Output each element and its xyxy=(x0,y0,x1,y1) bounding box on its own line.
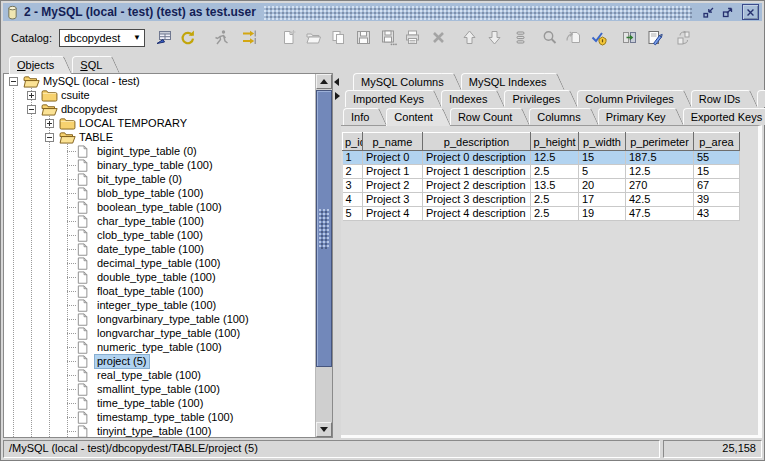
tree-node-label[interactable]: LOCAL TEMPORARY xyxy=(77,117,189,130)
tab-row-count[interactable]: Row Count xyxy=(450,108,520,125)
tree-node[interactable]: numeric_type_table (100) xyxy=(4,340,315,354)
table-cell[interactable]: 2 xyxy=(343,165,363,179)
tree-node-label[interactable]: integer_type_table (100) xyxy=(95,299,218,312)
tab-column-privileges[interactable]: Column Privileges xyxy=(577,90,682,107)
tree-node[interactable]: float_type_table (100) xyxy=(4,284,315,298)
table-row[interactable]: 2Project 1Project 1 description2.5512.51… xyxy=(343,165,740,179)
move-down-icon[interactable] xyxy=(486,29,503,46)
rotate-view-icon[interactable] xyxy=(675,29,692,46)
tree-node-label[interactable]: time_type_table (100) xyxy=(95,397,205,410)
tree-node[interactable]: clob_type_table (100) xyxy=(4,228,315,242)
tree-node[interactable]: decimal_type_table (100) xyxy=(4,256,315,270)
table-cell[interactable]: 4 xyxy=(343,193,363,207)
run-sql-icon[interactable] xyxy=(213,29,230,46)
tree-node[interactable]: time_type_table (100) xyxy=(4,396,315,410)
minimize-button[interactable] xyxy=(700,4,717,20)
save-icon[interactable] xyxy=(355,29,372,46)
table-cell[interactable]: 12.5 xyxy=(626,165,694,179)
table-cell[interactable]: Project 3 description xyxy=(423,193,531,207)
tree-vertical-scrollbar[interactable] xyxy=(315,74,332,437)
print-icon[interactable] xyxy=(404,29,421,46)
tree-toggle-plus-icon[interactable] xyxy=(22,88,40,102)
scroll-down-button[interactable] xyxy=(316,422,332,437)
table-cell[interactable]: 19 xyxy=(579,207,626,221)
tree-node[interactable]: blob_type_table (100) xyxy=(4,186,315,200)
tree-node-label[interactable]: longvarbinary_type_table (100) xyxy=(95,313,251,326)
connect-catalog-icon[interactable] xyxy=(155,29,172,46)
table-cell[interactable]: Project 2 xyxy=(363,179,423,193)
tree-node[interactable]: real_type_table (100) xyxy=(4,368,315,382)
table-cell[interactable]: Project 4 description xyxy=(423,207,531,221)
tree-node-label[interactable]: project (5) xyxy=(95,355,149,368)
tree-node-label[interactable]: binary_type_table (100) xyxy=(95,159,215,172)
collapse-left-icon[interactable] xyxy=(334,78,339,86)
scroll-up-button[interactable] xyxy=(316,74,332,89)
column-header[interactable]: p_perimeter xyxy=(626,133,694,151)
table-cell[interactable]: 2.5 xyxy=(531,207,579,221)
tree-toggle-plus-icon[interactable] xyxy=(40,116,58,130)
column-header[interactable]: p_width xyxy=(579,133,626,151)
titlebar[interactable]: 2 - MySQL (local - test) (test) as test.… xyxy=(3,3,762,21)
tree-node-label[interactable]: boolean_type_table (100) xyxy=(95,201,224,214)
table-cell[interactable]: Project 1 xyxy=(363,165,423,179)
table-cell[interactable]: 187.5 xyxy=(626,151,694,165)
tab-row-ids[interactable]: Row IDs xyxy=(691,90,749,107)
table-cell[interactable]: 13.5 xyxy=(531,179,579,193)
tab-mysql-columns[interactable]: MySQL Columns xyxy=(353,73,452,90)
table-cell[interactable]: 12.5 xyxy=(531,151,579,165)
table-cell[interactable]: 20 xyxy=(579,179,626,193)
maximize-button[interactable] xyxy=(719,4,736,20)
close-button[interactable] xyxy=(742,4,759,20)
tree-node[interactable]: longvarbinary_type_table (100) xyxy=(4,312,315,326)
tree-node-label[interactable]: bigint_type_table (0) xyxy=(95,145,199,158)
tree-node-label[interactable]: float_type_table (100) xyxy=(95,285,205,298)
tree-node[interactable]: dbcopydest xyxy=(4,102,315,116)
table-cell[interactable]: Project 0 description xyxy=(423,151,531,165)
table-cell[interactable]: 67 xyxy=(694,179,740,193)
table-cell[interactable]: 3 xyxy=(343,179,363,193)
tree-toggle-minus-icon[interactable] xyxy=(40,130,58,144)
tab-sql[interactable]: SQL xyxy=(72,56,110,73)
new-file-icon[interactable] xyxy=(280,29,297,46)
tree-toggle-minus-icon[interactable] xyxy=(22,102,40,116)
tree-node-label[interactable]: numeric_type_table (100) xyxy=(95,341,224,354)
delete-icon[interactable] xyxy=(430,29,447,46)
tree-node[interactable]: char_type_table (100) xyxy=(4,214,315,228)
tree-node-label[interactable]: TABLE xyxy=(77,131,115,144)
tree-node[interactable]: date_type_table (100) xyxy=(4,242,315,256)
tree-node[interactable]: double_type_table (100) xyxy=(4,270,315,284)
tree-node[interactable]: bit_type_table (0) xyxy=(4,172,315,186)
row-list-icon[interactable] xyxy=(512,29,529,46)
table-row[interactable]: 5Project 4Project 4 description2.51947.5… xyxy=(343,207,740,221)
tab-indexes[interactable]: Indexes xyxy=(441,90,496,107)
table-cell[interactable]: 55 xyxy=(694,151,740,165)
tree-node-label[interactable]: csuite xyxy=(59,89,92,102)
tree-node-label[interactable]: clob_type_table (100) xyxy=(95,229,205,242)
import-export-icon[interactable] xyxy=(621,29,638,46)
tree-node[interactable]: LOCAL TEMPORARY xyxy=(4,116,315,130)
table-cell[interactable]: 2.5 xyxy=(531,165,579,179)
tree-node-label[interactable]: smallint_type_table (100) xyxy=(95,383,222,396)
tree-node[interactable]: longvarchar_type_table (100) xyxy=(4,326,315,340)
refresh-tree-icon[interactable] xyxy=(179,29,196,46)
tab-imported-keys[interactable]: Imported Keys xyxy=(345,90,432,107)
tree-node-label[interactable]: dbcopydest xyxy=(59,103,119,116)
collapse-right-icon[interactable] xyxy=(335,92,340,100)
column-header[interactable]: p_area xyxy=(694,133,740,151)
table-row[interactable]: 1Project 0Project 0 description12.515187… xyxy=(343,151,740,165)
column-header[interactable]: p_id xyxy=(343,133,363,151)
table-cell[interactable]: 17 xyxy=(579,193,626,207)
tree-node-label[interactable]: longvarchar_type_table (100) xyxy=(95,327,242,340)
tree-node[interactable]: smallint_type_table (100) xyxy=(4,382,315,396)
tree-node-label[interactable]: blob_type_table (100) xyxy=(95,187,205,200)
tree-node-label[interactable]: tinyint_type_table (100) xyxy=(95,425,213,438)
tab-versions[interactable]: Versions xyxy=(757,90,765,107)
scrollbar-thumb[interactable] xyxy=(316,90,332,367)
table-cell[interactable]: Project 0 xyxy=(363,151,423,165)
column-header[interactable]: p_description xyxy=(423,133,531,151)
transfer-data-icon[interactable] xyxy=(241,29,258,46)
split-divider[interactable] xyxy=(333,73,341,438)
tree-node[interactable]: timestamp_type_table (100) xyxy=(4,410,315,424)
table-cell[interactable]: Project 3 xyxy=(363,193,423,207)
column-header[interactable]: p_name xyxy=(363,133,423,151)
